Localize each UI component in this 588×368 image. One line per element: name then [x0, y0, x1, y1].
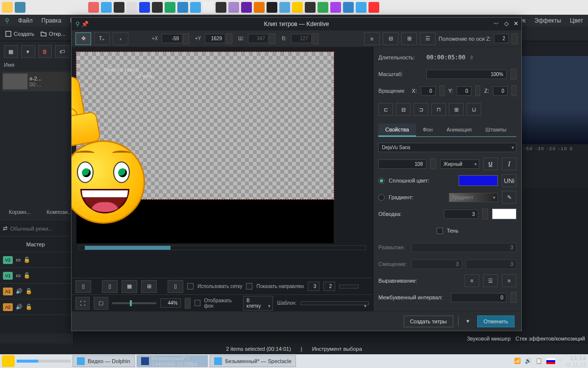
create-button[interactable]: Создать [5, 30, 34, 37]
tab-effect-stack[interactable]: Стек эффектов/композиций [515, 336, 585, 342]
start-menu-icon[interactable] [2, 355, 15, 367]
app-icon[interactable] [216, 2, 226, 13]
use-grid-checkbox[interactable] [187, 283, 194, 289]
app-icon[interactable] [305, 2, 316, 13]
spinner-icon[interactable] [430, 158, 436, 169]
app-icon[interactable] [343, 2, 354, 13]
mute-icon[interactable]: 🔊 [16, 288, 23, 294]
align-hcenter-icon[interactable]: ⊟ [396, 103, 411, 116]
tab-properties[interactable]: Свойства [378, 124, 416, 136]
taskbar-app-icon[interactable] [15, 2, 25, 13]
letter-spacing-input[interactable]: 0 [451, 293, 507, 302]
app-icon[interactable] [190, 2, 201, 13]
frame-icon[interactable]: ▢ [94, 297, 108, 310]
more-icon[interactable] [126, 2, 137, 13]
spinner-icon[interactable] [512, 85, 516, 96]
maximize-icon[interactable]: ◇ [504, 20, 509, 28]
track-a1[interactable]: A1🔊🔓 [0, 284, 71, 299]
grid-v1[interactable]: 3 [308, 282, 319, 291]
track-v1[interactable]: V1▭🔓 [0, 268, 71, 284]
task-kdenlive[interactable]: Безымянный* /1440x900 25.00fps ... [137, 355, 208, 367]
open-button[interactable]: Откр... [40, 30, 66, 37]
bin-del-icon[interactable]: 🗑 [38, 45, 52, 58]
yandex-icon[interactable] [368, 2, 379, 13]
text-align-left-icon[interactable]: ≡ [465, 274, 479, 287]
lock-icon[interactable]: 🔓 [24, 272, 30, 279]
dialog-titlebar[interactable]: ⚲ 📌 Клип титров — Kdenlive ﹀ ◇ ✕ [72, 18, 521, 30]
bg-mode-combo[interactable]: В клетку [243, 296, 273, 311]
outline-width[interactable]: 3 [444, 210, 478, 219]
menu-effects[interactable]: Эффекты [535, 17, 562, 24]
spinner-icon[interactable] [512, 33, 517, 44]
task-spectacle[interactable]: Безымянный* — Spectacle [210, 355, 295, 367]
layer-icon[interactable]: ▯ [168, 280, 183, 293]
app-icon[interactable] [203, 2, 214, 13]
timeline-mode[interactable]: Обычный режи... [10, 226, 52, 232]
zoom-value[interactable]: 44% [160, 298, 181, 308]
spinner-icon[interactable] [511, 69, 516, 79]
layer-icon[interactable]: ▯ [102, 280, 118, 293]
dropdown-icon[interactable]: ▾ [464, 318, 472, 324]
app-pin-icon[interactable]: ⚲ [5, 17, 9, 24]
headphones-icon[interactable] [254, 2, 265, 13]
tab-stamps[interactable]: Штампы [479, 124, 514, 136]
program-monitor[interactable] [522, 56, 588, 144]
shadow-checkbox[interactable] [437, 228, 443, 234]
tray-flag-icon[interactable] [546, 358, 555, 364]
spinner-icon[interactable] [475, 85, 480, 96]
mute-icon[interactable]: ▭ [16, 257, 21, 263]
scale-input[interactable]: 100% [426, 70, 507, 79]
app-icon[interactable] [330, 2, 341, 13]
tab-animation[interactable]: Анимация [440, 124, 479, 136]
unicode-icon[interactable]: UNi [502, 174, 516, 187]
terminal-icon[interactable] [114, 2, 124, 13]
app-icon[interactable] [292, 2, 303, 13]
align-bottom-icon[interactable]: ⊔ [466, 103, 481, 116]
align-right-icon[interactable]: ⊐ [414, 103, 428, 116]
title-text-object[interactable]: Просто текст о чём [103, 67, 152, 79]
z-input[interactable]: 2 [494, 34, 509, 43]
align-tool-icon[interactable]: ⊞ [401, 32, 417, 45]
menu-edit[interactable]: Правка [42, 17, 62, 24]
pager[interactable] [17, 360, 71, 363]
mute-icon[interactable]: 🔊 [16, 304, 23, 310]
qr-icon[interactable]: ▦ [122, 280, 137, 293]
show-guides-checkbox[interactable] [246, 283, 252, 289]
spinner-icon[interactable] [511, 292, 516, 303]
font-family-combo[interactable]: DejaVu Sans [378, 143, 516, 152]
spinner-icon[interactable] [482, 209, 488, 219]
app-icon[interactable] [165, 2, 175, 13]
x-input[interactable]: -59 [162, 34, 182, 43]
tab-bin[interactable]: Корзин... [2, 206, 38, 218]
spinner-icon[interactable] [185, 298, 190, 309]
zoom-slider[interactable] [112, 302, 157, 304]
tray-icon[interactable]: 🔊 [525, 358, 532, 364]
lock-icon[interactable]: 🔓 [25, 304, 32, 310]
task-dolphin[interactable]: Видео — Dolphin [73, 355, 135, 367]
grid-v3[interactable] [339, 285, 359, 289]
app-icon[interactable] [152, 2, 163, 13]
solid-color-radio[interactable] [378, 178, 385, 184]
track-v2[interactable]: V2▭🔓 [0, 252, 71, 268]
canvas-scrollbar[interactable] [78, 245, 366, 250]
gradient-radio[interactable] [378, 194, 385, 201]
show-bg-checkbox[interactable] [195, 300, 200, 306]
grid-icon[interactable]: ⊞ [141, 280, 157, 293]
spinner-icon[interactable] [183, 33, 189, 44]
files-icon[interactable] [101, 2, 112, 13]
app-icon[interactable] [356, 2, 367, 13]
align-top-icon[interactable]: ⊓ [431, 103, 446, 116]
minimize-icon[interactable]: ﹀ [493, 20, 499, 28]
bin-clip[interactable]: я-2... 00:... [2, 72, 71, 91]
lock-icon[interactable]: 🔓 [25, 288, 32, 294]
tab-audio-mixer[interactable]: Звуковой микшер [467, 336, 511, 342]
tray-icon[interactable]: 📶 [514, 358, 521, 364]
gimp-icon[interactable] [228, 2, 239, 13]
mute-icon[interactable]: ▭ [16, 272, 21, 279]
font-size-input[interactable]: 108 [378, 159, 426, 169]
start-icon[interactable] [2, 2, 13, 13]
align-tool-icon[interactable]: ⊟ [383, 32, 398, 45]
cancel-button[interactable]: Отменить [477, 315, 514, 327]
template-combo[interactable] [300, 301, 369, 305]
text-align-right-icon[interactable]: ≡ [502, 274, 516, 287]
